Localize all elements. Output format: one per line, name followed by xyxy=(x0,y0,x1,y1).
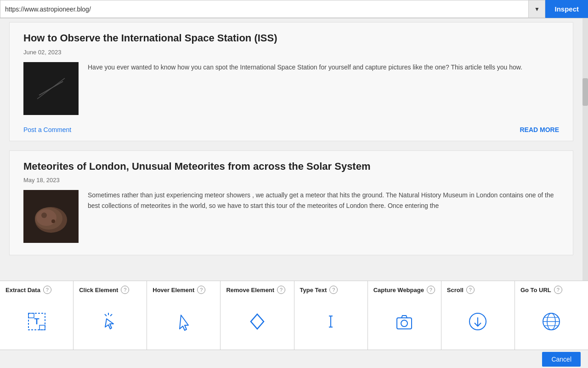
scrollbar-thumb[interactable] xyxy=(582,78,588,106)
tool-label: Go To URL xyxy=(520,287,551,293)
tool-icon-area xyxy=(447,298,509,345)
bottom-actions: Cancel xyxy=(0,350,588,368)
article-body: Sometimes rather than just experiencing … xyxy=(23,190,559,243)
tool-icon-area: T xyxy=(6,298,68,345)
read-more-link[interactable]: READ MORE xyxy=(520,126,559,133)
tool-header: Go To URL ? xyxy=(520,286,582,294)
svg-line-12 xyxy=(105,314,107,316)
tool-type-text[interactable]: Type Text ? xyxy=(294,281,368,350)
go-to-url-icon xyxy=(539,310,563,334)
url-dropdown-button[interactable]: ▼ xyxy=(529,0,545,18)
tool-items-row: Extract Data ? T Click Element ? xyxy=(0,281,588,350)
tool-header: Type Text ? xyxy=(300,286,362,294)
scroll-icon xyxy=(466,310,490,334)
article-date: May 18, 2023 xyxy=(23,177,559,184)
tool-label: Type Text xyxy=(300,287,327,293)
tool-icon-area xyxy=(373,298,435,345)
svg-line-14 xyxy=(110,314,112,316)
main-content-area: How to Observe the International Space S… xyxy=(0,18,588,281)
help-icon[interactable]: ? xyxy=(427,286,435,294)
tool-label: Remove Element xyxy=(226,287,274,293)
tool-label: Hover Element xyxy=(153,287,194,293)
hover-element-icon xyxy=(172,310,196,334)
tool-header: Hover Element ? xyxy=(153,286,215,294)
tool-label: Extract Data xyxy=(6,287,40,293)
article-image-meteor xyxy=(23,190,79,243)
svg-rect-0 xyxy=(23,62,79,115)
tool-extract-data[interactable]: Extract Data ? T xyxy=(0,281,74,350)
help-icon[interactable]: ? xyxy=(466,286,475,294)
tool-icon-area xyxy=(226,298,288,345)
article-title: Meteorites of London, Unusual Meteorites… xyxy=(23,160,559,173)
article-text: Have you ever wanted to know how you can… xyxy=(88,62,559,115)
article-footer: Post a Comment READ MORE xyxy=(23,122,559,136)
top-bar: ▼ Inspect xyxy=(0,0,588,18)
tool-capture-webpage[interactable]: Capture Webpage ? xyxy=(368,281,441,350)
extract-data-icon: T xyxy=(25,310,49,334)
tool-label: Scroll xyxy=(447,287,464,293)
cancel-button[interactable]: Cancel xyxy=(542,352,581,367)
help-icon[interactable]: ? xyxy=(277,286,285,294)
tool-icon-area xyxy=(520,298,582,345)
article-title: How to Observe the International Space S… xyxy=(23,32,559,45)
dropdown-arrow-icon: ▼ xyxy=(534,6,540,12)
article-text: Sometimes rather than just experiencing … xyxy=(88,190,559,243)
tool-hover-element[interactable]: Hover Element ? xyxy=(147,281,220,350)
svg-rect-18 xyxy=(397,318,412,329)
svg-rect-10 xyxy=(28,313,34,318)
tool-label: Click Element xyxy=(79,287,118,293)
url-input[interactable] xyxy=(0,0,529,18)
articles-wrapper: How to Observe the International Space S… xyxy=(0,18,582,255)
help-icon[interactable]: ? xyxy=(121,286,129,294)
bottom-toolbar: Extract Data ? T Click Element ? xyxy=(0,281,588,368)
article-card: Meteorites of London, Unusual Meteorites… xyxy=(9,150,573,256)
scrollbar-right[interactable] xyxy=(582,18,588,281)
capture-webpage-icon xyxy=(392,310,416,334)
help-icon[interactable]: ? xyxy=(43,286,51,294)
svg-rect-11 xyxy=(40,325,45,330)
click-element-icon xyxy=(98,310,122,334)
svg-point-6 xyxy=(41,213,47,218)
svg-point-7 xyxy=(51,219,55,223)
type-text-icon xyxy=(319,310,343,334)
post-comment-link[interactable]: Post a Comment xyxy=(23,126,71,133)
tool-scroll[interactable]: Scroll ? xyxy=(441,281,515,350)
tool-go-to-url[interactable]: Go To URL ? xyxy=(515,281,588,350)
article-card: How to Observe the International Space S… xyxy=(9,22,573,141)
svg-point-5 xyxy=(36,209,57,226)
inspect-button[interactable]: Inspect xyxy=(545,0,588,18)
article-body: Have you ever wanted to know how you can… xyxy=(23,62,559,115)
remove-element-icon xyxy=(245,310,269,334)
article-date: June 02, 2023 xyxy=(23,49,559,56)
tool-icon-area xyxy=(79,298,141,345)
help-icon[interactable]: ? xyxy=(329,286,338,294)
tool-header: Scroll ? xyxy=(447,286,509,294)
iss-image-svg xyxy=(23,62,79,115)
svg-point-19 xyxy=(401,320,407,327)
help-icon[interactable]: ? xyxy=(554,286,562,294)
tool-click-element[interactable]: Click Element ? xyxy=(74,281,147,350)
page-content: How to Observe the International Space S… xyxy=(0,18,582,281)
tool-header: Extract Data ? xyxy=(6,286,68,294)
tool-icon-area xyxy=(300,298,362,345)
tool-header: Capture Webpage ? xyxy=(373,286,435,294)
meteor-image-svg xyxy=(23,190,79,243)
help-icon[interactable]: ? xyxy=(197,286,205,294)
tool-remove-element[interactable]: Remove Element ? xyxy=(220,281,294,350)
tool-label: Capture Webpage xyxy=(373,287,424,293)
tool-icon-area xyxy=(153,298,215,345)
svg-text:T: T xyxy=(34,317,39,326)
article-image xyxy=(23,62,79,115)
tool-header: Remove Element ? xyxy=(226,286,288,294)
tool-header: Click Element ? xyxy=(79,286,141,294)
